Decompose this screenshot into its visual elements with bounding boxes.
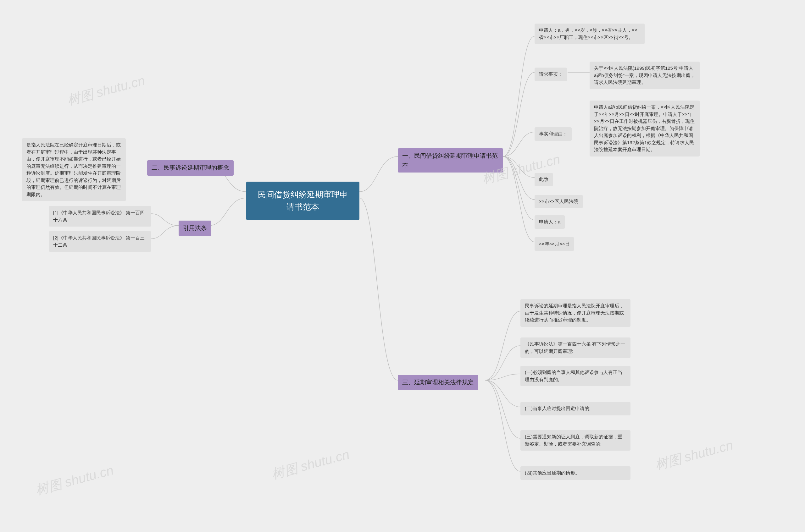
s1-court: ××市××区人民法院 xyxy=(534,195,583,208)
s1-cizhi: 此致 xyxy=(534,173,553,186)
s3-item-2-text: (一)必须到庭的当事人和其他诉讼参与人有正当理由没有到庭的; xyxy=(525,369,622,382)
s1-request-label: 请求事项： xyxy=(534,68,567,81)
s3-item-5-text: (四)其他应当延期的情形。 xyxy=(525,470,580,475)
s1-signer-text: 申请人：a xyxy=(539,219,560,224)
s1-request-body: 关于××区人民法院(1999)民初字第125号"申请人a诉b债务纠纷"一案，现因… xyxy=(590,62,700,89)
watermark: 树图 shutu.cn xyxy=(65,72,147,109)
s1-applicant-text: 申请人：a，男，××岁，×族，××省××县人，××省××市××厂职工，现住××市… xyxy=(539,27,637,40)
s3-item-2: (一)必须到庭的当事人和其他诉讼参与人有正当理由没有到庭的; xyxy=(520,366,630,386)
section3-title: 三、延期审理相关法律规定 xyxy=(402,379,474,385)
ref-1-text: [2]《中华人民共和国民事诉讼法》 第一百三十二条 xyxy=(53,235,145,248)
s1-facts-label-text: 事实和理由： xyxy=(539,131,567,136)
refs-title: 引用法条 xyxy=(183,225,207,231)
s3-item-0-text: 民事诉讼的延期审理是指人民法院开庭审理后，由于发生某种特殊情况，使开庭审理无法按… xyxy=(525,303,624,322)
s1-facts-label: 事实和理由： xyxy=(534,127,572,141)
root-node[interactable]: 民间借贷纠纷延期审理申请书范本 xyxy=(246,182,360,220)
s3-item-4: (三)需要通知新的证人到庭，调取新的证据，重新鉴定、勘验，或者需要补充调查的; xyxy=(520,430,630,451)
s1-court-text: ××市××区人民法院 xyxy=(539,198,578,204)
root-title: 民间借贷纠纷延期审理申请书范本 xyxy=(258,190,348,211)
s1-cizhi-text: 此致 xyxy=(539,177,548,182)
s3-item-1-text: 《民事诉讼法》第一百四十六条 有下列情形之一的，可以延期开庭审理: xyxy=(525,341,625,354)
s1-date: ××年××月××日 xyxy=(534,237,574,251)
section2-node[interactable]: 二、民事诉讼延期审理的概念 xyxy=(147,160,234,176)
s1-facts-body: 申请人a诉b民间借贷纠纷一案，××区人民法院定于××年××月××日××时开庭审理… xyxy=(590,100,700,156)
s1-applicant: 申请人：a，男，××岁，×族，××省××县人，××省××市××厂职工，现住××市… xyxy=(534,23,645,44)
s1-facts-body-text: 申请人a诉b民间借贷纠纷一案，××区人民法院定于××年××月××日××时开庭审理… xyxy=(594,104,695,152)
s3-item-0: 民事诉讼的延期审理是指人民法院开庭审理后，由于发生某种特殊情况，使开庭审理无法按… xyxy=(520,299,630,327)
section1-node[interactable]: 一、民间借贷纠纷延期审理申请书范本 xyxy=(398,148,503,172)
s2-body-text: 是指人民法院在已经确定开庭审理日期后，或者在开庭审理过程中，由于出现某种法定事由… xyxy=(26,142,121,197)
refs-node[interactable]: 引用法条 xyxy=(179,221,211,236)
s1-request-body-text: 关于××区人民法院(1999)民初字第125号"申请人a诉b债务纠纷"一案，现因… xyxy=(594,65,695,85)
s3-item-3-text: (二)当事人临时提出回避申请的; xyxy=(525,406,590,411)
watermark: 树图 shutu.cn xyxy=(270,445,351,483)
ref-1: [2]《中华人民共和国民事诉讼法》 第一百三十二条 xyxy=(49,231,151,252)
s1-request-label-text: 请求事项： xyxy=(539,71,563,77)
section2-title: 二、民事诉讼延期审理的概念 xyxy=(151,164,229,171)
ref-0-text: [1]《中华人民共和国民事诉讼法》 第一百四十六条 xyxy=(53,210,145,223)
watermark: 树图 shutu.cn xyxy=(653,436,735,474)
watermark: 树图 shutu.cn xyxy=(34,461,115,499)
s3-item-4-text: (三)需要通知新的证人到庭，调取新的证据，重新鉴定、勘验，或者需要补充调查的; xyxy=(525,434,622,446)
section3-node[interactable]: 三、延期审理相关法律规定 xyxy=(398,375,478,390)
s2-body: 是指人民法院在已经确定开庭审理日期后，或者在开庭审理过程中，由于出现某种法定事由… xyxy=(22,138,126,201)
ref-0: [1]《中华人民共和国民事诉讼法》 第一百四十六条 xyxy=(49,206,151,227)
s1-date-text: ××年××月××日 xyxy=(539,241,570,246)
s3-item-3: (二)当事人临时提出回避申请的; xyxy=(520,402,630,415)
s3-item-1: 《民事诉讼法》第一百四十六条 有下列情形之一的，可以延期开庭审理: xyxy=(520,338,630,358)
section1-title: 一、民间借贷纠纷延期审理申请书范本 xyxy=(402,152,498,168)
s1-signer: 申请人：a xyxy=(534,215,565,229)
s3-item-5: (四)其他应当延期的情形。 xyxy=(520,466,630,480)
